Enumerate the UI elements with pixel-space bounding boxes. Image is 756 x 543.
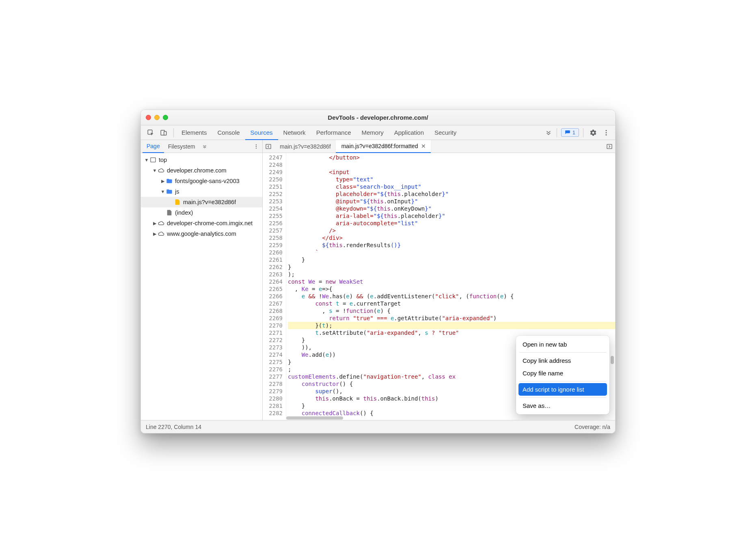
editor-tab[interactable]: main.js?v=e382d86f [274,140,336,153]
main-tab-application[interactable]: Application [389,125,429,140]
code-line[interactable]: placeholder="${this.placeholder}" [288,190,615,198]
minimize-window-button[interactable] [154,115,160,120]
tree-node[interactable]: ▶developer-chrome-com.imgix.net [141,218,262,228]
main-tab-security[interactable]: Security [429,125,462,140]
kebab-menu-icon[interactable] [600,127,612,138]
code-view[interactable]: 2247224822492250225122522253225422552256… [263,153,615,420]
overflow-tabs-icon[interactable] [543,127,554,138]
code-line[interactable]: aria-autocomplete="list" [288,220,615,227]
code-line[interactable]: </div> [288,234,615,241]
context-menu-item[interactable]: Copy link address [518,354,607,367]
tree-node[interactable]: main.js?v=e382d86f [141,197,262,207]
code-line[interactable]: @input="${this.onInput}" [288,198,615,205]
cloud-icon [158,167,164,174]
code-line[interactable]: } [288,263,615,271]
code-line[interactable]: type="text" [288,176,615,183]
context-menu-item[interactable]: Add script to ignore list [518,383,607,396]
navigator-sidebar: PageFilesystem ▼top▼developer.chrome.com… [141,140,263,420]
svg-point-8 [256,147,257,148]
sidebar-tab-filesystem[interactable]: Filesystem [164,140,199,153]
vertical-scrollbar[interactable] [611,356,614,364]
code-line[interactable]: const We = new WeakSet [288,278,615,285]
editor-nav-back-icon[interactable] [263,143,274,150]
separator [173,128,174,137]
main-tab-performance[interactable]: Performance [311,125,356,140]
zoom-window-button[interactable] [163,115,168,120]
code-line[interactable]: ); [288,271,615,278]
context-menu-item[interactable]: Copy file name [518,367,607,379]
expand-arrow-icon[interactable]: ▼ [144,157,149,162]
statusbar: Line 2270, Column 14 Coverage: n/a [141,420,615,433]
svg-rect-9 [151,158,156,162]
tree-node[interactable]: ▼top [141,155,262,165]
expand-arrow-icon[interactable]: ▼ [152,168,157,173]
tree-node[interactable]: ▶www.google-analytics.com [141,228,262,239]
context-menu-item[interactable]: Save as… [518,399,607,412]
menu-separator [519,381,606,381]
svg-rect-10 [266,144,271,149]
expand-arrow-icon[interactable]: ▶ [152,221,157,226]
tree-node[interactable]: ▶fonts/google-sans-v2003 [141,176,262,186]
code-line[interactable]: ` [288,249,615,256]
code-line[interactable]: , s = !function(e) { [288,307,615,315]
titlebar: DevTools - developer.chrome.com/ [141,110,615,125]
horizontal-scrollbar[interactable] [286,416,609,420]
code-line[interactable] [288,161,615,168]
editor-tab[interactable]: main.js?v=e382d86f:formatted✕ [336,140,431,153]
code-line[interactable]: @keydown="${this.onKeyDown}" [288,205,615,212]
svg-rect-11 [607,144,612,149]
main-tab-memory[interactable]: Memory [356,125,389,140]
code-line[interactable]: aria-label="${this.placeholder}" [288,212,615,220]
context-menu: Open in new tabCopy link addressCopy fil… [516,336,609,414]
sidebar-overflow-icon[interactable] [199,140,210,153]
main-tab-sources[interactable]: Sources [245,125,278,140]
tree-node[interactable]: ▼developer.chrome.com [141,165,262,176]
code-line[interactable]: return "true" === e.getAttribute("aria-e… [288,315,615,322]
code-line[interactable]: const t = e.currentTarget [288,300,615,307]
device-toolbar-icon[interactable] [158,127,169,138]
page-icon [166,209,173,216]
code-line[interactable]: class="search-box__input" [288,183,615,190]
context-menu-item[interactable]: Open in new tab [518,338,607,351]
file-tree[interactable]: ▼top▼developer.chrome.com▶fonts/google-s… [141,153,262,420]
code-line[interactable]: } [288,256,615,263]
coverage-status: Coverage: n/a [575,424,610,430]
svg-point-6 [256,144,257,145]
tree-node[interactable]: (index) [141,207,262,218]
main-tab-console[interactable]: Console [212,125,245,140]
close-window-button[interactable] [146,115,151,120]
expand-arrow-icon[interactable]: ▼ [160,189,165,194]
close-tab-icon[interactable]: ✕ [421,143,426,149]
main-tabs-row: ElementsConsoleSourcesNetworkPerformance… [141,125,615,140]
main-tab-network[interactable]: Network [278,125,311,140]
editor-tab-label: main.js?v=e382d86f:formatted [341,143,418,149]
sidebar-tab-page[interactable]: Page [143,140,164,153]
expand-arrow-icon[interactable]: ▶ [152,231,157,237]
sidebar-tabs: PageFilesystem [141,140,262,153]
settings-gear-icon[interactable] [588,127,599,138]
tree-node[interactable]: ▼js [141,186,262,197]
code-line[interactable]: }(t); [288,322,615,329]
code-line[interactable]: e && !We.has(e) && (e.addEventListener("… [288,293,615,300]
expand-arrow-icon[interactable]: ▶ [160,179,165,184]
main-tab-elements[interactable]: Elements [176,125,212,140]
sidebar-kebab-icon[interactable] [250,140,262,153]
cloud-icon [158,220,164,226]
code-line[interactable]: <input [288,168,615,176]
code-line[interactable]: /> [288,227,615,234]
menu-separator [519,397,606,398]
menu-separator [519,352,606,353]
devtools-window: DevTools - developer.chrome.com/ Element… [140,110,616,433]
svg-point-5 [606,134,607,135]
issue-icon [565,130,570,136]
inspect-element-icon[interactable] [145,127,156,138]
traffic-lights [146,115,168,120]
folder-icon [166,178,173,184]
code-line[interactable]: , Ke = e=>{ [288,285,615,293]
code-line[interactable]: ${this.renderResults()} [288,241,615,249]
toggle-sidebar-icon[interactable] [604,143,615,150]
issues-pill[interactable]: 1 [561,128,579,137]
cloud-icon [158,231,164,237]
code-line[interactable]: </button> [288,154,615,161]
frame-icon [150,157,156,163]
